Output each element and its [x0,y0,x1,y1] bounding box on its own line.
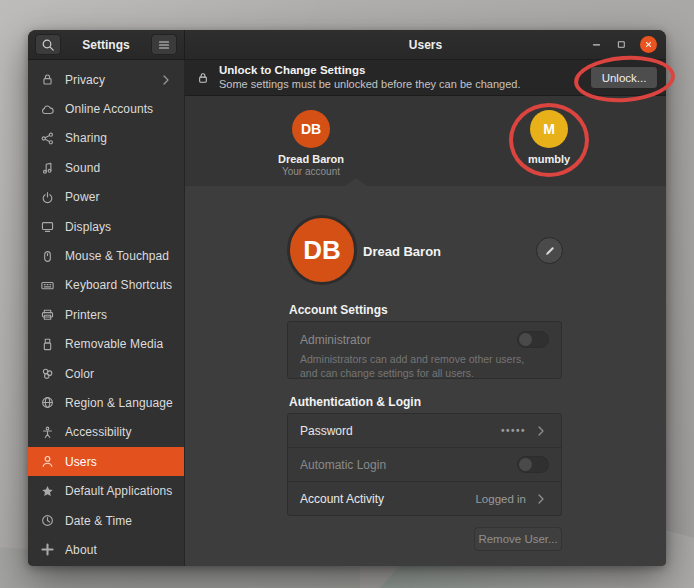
power-icon [40,190,55,205]
search-button[interactable] [35,34,61,55]
sidebar-item-label: Power [65,190,174,204]
sidebar-item-label: Mouse & Touchpad [65,249,174,263]
globe-icon [40,395,55,410]
pencil-icon [544,245,556,257]
password-row[interactable]: Password ••••• [288,414,561,448]
unlock-button[interactable]: Unlock... [590,66,658,89]
sidebar-item-label: Accessibility [65,425,174,439]
sidebar-item-label: Removable Media [65,337,174,351]
authentication-heading: Authentication & Login [289,395,421,409]
avatar: M [530,110,568,148]
account-activity-row[interactable]: Account Activity Logged in [288,482,561,515]
account-settings-heading: Account Settings [289,303,388,317]
titlebar[interactable]: Settings Users [28,30,666,60]
share-icon [40,131,55,146]
settings-window: Settings Users PrivacyOnline AccountsSha… [28,30,666,566]
sidebar-item-label: About [65,543,174,557]
carousel-user-mumbly[interactable]: M mumbly [489,110,609,165]
close-button[interactable] [640,36,657,53]
sidebar-item-about[interactable]: About [28,535,184,564]
avatar: DB [292,110,330,148]
sidebar-item-sound[interactable]: Sound [28,153,184,182]
display-icon [40,219,55,234]
sidebar-item-power[interactable]: Power [28,183,184,212]
sound-icon [40,160,55,175]
unlock-banner-subtitle: Some settings must be unlocked before th… [219,78,581,92]
sidebar-item-label: Keyboard Shortcuts [65,278,174,292]
color-icon [40,366,55,381]
unlock-banner-title: Unlock to Change Settings [219,63,581,77]
remove-user-button[interactable]: Remove User... [474,527,562,551]
carousel-user-dread-baron[interactable]: DB Dread Baron Your account [251,110,371,177]
automatic-login-toggle[interactable] [517,456,549,473]
sidebar-item-color[interactable]: Color [28,359,184,388]
sidebar-item-label: Region & Language [65,396,174,410]
sidebar-item-displays[interactable]: Displays [28,212,184,241]
user-detail: DB Dread Baron Account Settings Administ… [185,186,666,566]
user-subtitle: Your account [251,166,371,177]
unlock-banner: Unlock to Change Settings Some settings … [185,60,666,96]
chevron-right-icon [533,491,549,507]
sidebar-item-mouse-touchpad[interactable]: Mouse & Touchpad [28,241,184,270]
sidebar-item-label: Color [65,367,174,381]
cloud-icon [40,102,55,117]
printer-icon [40,307,55,322]
lock-icon [40,72,55,87]
sidebar-item-label: Sharing [65,131,174,145]
sidebar-item-label: Default Applications [65,484,174,498]
automatic-login-row: Automatic Login [288,448,561,482]
edit-name-button[interactable] [536,237,563,264]
password-value: ••••• [501,425,526,436]
user-name: Dread Baron [251,153,371,165]
sidebar-item-region-language[interactable]: Region & Language [28,388,184,417]
window-controls [590,36,657,53]
clock-icon [40,513,55,528]
profile-avatar[interactable]: DB [287,215,357,285]
sidebar-item-accessibility[interactable]: Accessibility [28,418,184,447]
sidebar-item-privacy[interactable]: Privacy [28,65,184,94]
mouse-icon [40,249,55,264]
user-name: mumbly [489,153,609,165]
usb-icon [40,337,55,352]
administrator-label: Administrator [300,333,371,347]
sidebar-item-printers[interactable]: Printers [28,300,184,329]
maximize-button[interactable] [615,39,627,51]
accessibility-icon [40,425,55,440]
sidebar-item-label: Sound [65,161,174,175]
sidebar-item-online-accounts[interactable]: Online Accounts [28,94,184,123]
menu-button[interactable] [151,34,177,55]
users-panel: Unlock to Change Settings Some settings … [185,60,666,566]
maximize-icon [616,39,627,50]
app-title: Settings [82,38,129,52]
user-icon [40,454,55,469]
panel-header: Users [185,30,666,59]
sidebar-item-sharing[interactable]: Sharing [28,124,184,153]
lock-icon [196,71,210,85]
chevron-right-icon [158,72,174,88]
carousel-caret [345,178,367,186]
sidebar-item-removable-media[interactable]: Removable Media [28,330,184,359]
profile-name: Dread Baron [363,244,441,259]
sidebar-item-label: Privacy [65,73,148,87]
administrator-toggle[interactable] [517,331,549,348]
sidebar-item-label: Displays [65,220,174,234]
keyboard-icon [40,278,55,293]
sidebar-item-users[interactable]: Users [28,447,184,476]
chevron-right-icon [533,423,549,439]
account-activity-label: Account Activity [300,492,384,506]
sidebar-item-default-applications[interactable]: Default Applications [28,476,184,505]
plus-icon [40,542,55,557]
sidebar-item-label: Online Accounts [65,102,174,116]
sidebar-item-keyboard-shortcuts[interactable]: Keyboard Shortcuts [28,271,184,300]
sidebar-item-date-time[interactable]: Date & Time [28,506,184,535]
administrator-description: Administrators can add and remove other … [300,352,525,380]
minimize-icon [591,39,602,50]
minimize-button[interactable] [590,39,602,51]
sidebar-item-label: Date & Time [65,514,174,528]
close-icon [644,40,653,49]
star-icon [40,484,55,499]
unlock-banner-text: Unlock to Change Settings Some settings … [219,63,581,91]
authentication-card: Password ••••• Automatic Login Accou [287,413,562,516]
user-carousel: DB Dread Baron Your account M mumbly [185,96,666,186]
hamburger-menu-icon [156,37,172,53]
